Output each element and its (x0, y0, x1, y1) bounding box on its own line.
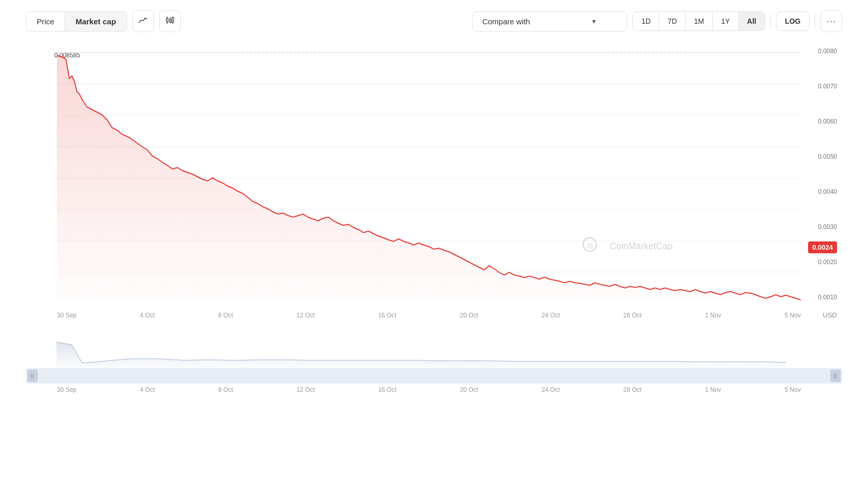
y-label-0010: 0.0010 (818, 294, 837, 301)
volume-chart (26, 332, 842, 368)
scrollbar[interactable]: || || (26, 368, 842, 384)
compare-with-label: Compare with (482, 17, 530, 26)
more-options-button[interactable]: ··· (820, 10, 842, 32)
svg-text:CoinMarketCap: CoinMarketCap (610, 241, 673, 251)
bottom-x-12oct: 12 Oct (297, 386, 315, 393)
price-tab[interactable]: Price (26, 12, 65, 31)
x-label-30sep: 30 Sep (57, 312, 76, 319)
x-label-28oct: 28 Oct (623, 312, 641, 319)
bottom-x-30sep: 30 Sep (57, 386, 76, 393)
main-chart-container: 0.008585 0.0080 0.0070 0.0060 0.0050 0.0… (26, 48, 842, 322)
x-label-24oct: 24 Oct (541, 312, 560, 319)
time-btn-1d[interactable]: 1D (633, 12, 659, 30)
y-label-0020: 0.0020 (818, 258, 837, 266)
scrollbar-left-handle[interactable]: || (27, 370, 38, 382)
x-axis-labels: 30 Sep 4 Oct 8 Oct 12 Oct 16 Oct 20 Oct … (57, 312, 801, 319)
more-icon: ··· (827, 16, 836, 27)
right-handle-icon: || (834, 373, 838, 378)
time-btn-7d[interactable]: 7D (659, 12, 686, 30)
bottom-x-28oct: 28 Oct (623, 386, 641, 393)
usd-label: USD (823, 311, 837, 319)
x-label-12oct: 12 Oct (297, 312, 315, 319)
bottom-x-16oct: 16 Oct (378, 386, 396, 393)
left-handle-icon: || (31, 373, 35, 378)
line-chart-button[interactable] (132, 10, 154, 32)
compare-with-dropdown[interactable]: Compare with ▾ (472, 11, 627, 32)
current-price-badge: 0.0024 (808, 241, 837, 253)
candle-chart-icon (165, 16, 175, 26)
bottom-x-8oct: 8 Oct (218, 386, 233, 393)
log-button[interactable]: LOG (776, 11, 809, 31)
svg-rect-3 (169, 19, 171, 22)
bottom-x-4oct: 4 Oct (140, 386, 155, 393)
time-range-buttons: 1D 7D 1M 1Y All (632, 11, 765, 31)
toolbar-separator-2 (815, 14, 816, 28)
bottom-x-24oct: 24 Oct (541, 386, 560, 393)
y-label-0040: 0.0040 (818, 188, 837, 195)
line-chart-icon (138, 17, 148, 26)
y-label-0080: 0.0080 (818, 48, 837, 55)
volume-svg (26, 332, 842, 368)
y-label-0050: 0.0050 (818, 153, 837, 160)
y-label-0030: 0.0030 (818, 223, 837, 231)
x-label-1nov: 1 Nov (705, 312, 721, 319)
x-label-8oct: 8 Oct (218, 312, 233, 319)
toolbar: Price Market cap Compare with (0, 0, 868, 42)
price-marketcap-toggle: Price Market cap (26, 11, 127, 32)
svg-rect-0 (166, 18, 168, 22)
bottom-x-5nov: 5 Nov (785, 386, 801, 393)
x-label-4oct: 4 Oct (140, 312, 155, 319)
x-label-5nov: 5 Nov (785, 312, 801, 319)
toolbar-separator (770, 14, 771, 28)
bottom-x-20oct: 20 Oct (460, 386, 478, 393)
y-label-0060: 0.0060 (818, 118, 837, 125)
chevron-down-icon: ▾ (592, 17, 596, 25)
time-btn-1y[interactable]: 1Y (713, 12, 739, 30)
y-label-0070: 0.0070 (818, 83, 837, 90)
scrollbar-right-handle[interactable]: || (830, 370, 841, 382)
svg-rect-6 (172, 18, 174, 22)
market-cap-tab[interactable]: Market cap (65, 12, 126, 31)
y-axis-right: 0.0080 0.0070 0.0060 0.0050 0.0040 0.003… (818, 48, 837, 301)
price-chart-svg: CoinMarketCap ◎ (57, 48, 801, 301)
x-label-16oct: 16 Oct (378, 312, 396, 319)
time-btn-all[interactable]: All (739, 12, 765, 30)
bottom-x-1nov: 1 Nov (705, 386, 721, 393)
candle-chart-button[interactable] (159, 10, 181, 32)
x-label-20oct: 20 Oct (460, 312, 478, 319)
bottom-x-axis: 30 Sep 4 Oct 8 Oct 12 Oct 16 Oct 20 Oct … (57, 386, 801, 393)
time-btn-1m[interactable]: 1M (686, 12, 712, 30)
svg-text:◎: ◎ (587, 241, 593, 249)
